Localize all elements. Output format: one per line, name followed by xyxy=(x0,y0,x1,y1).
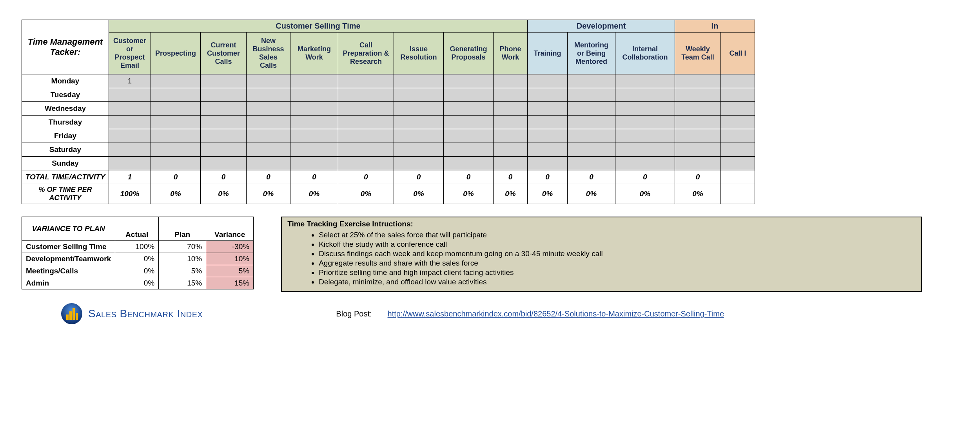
data-cell[interactable] xyxy=(109,102,151,116)
data-cell[interactable] xyxy=(528,129,568,143)
data-cell[interactable] xyxy=(528,116,568,129)
data-cell[interactable] xyxy=(109,129,151,143)
data-cell[interactable] xyxy=(394,129,444,143)
data-cell[interactable] xyxy=(494,129,528,143)
data-cell[interactable] xyxy=(615,102,675,116)
data-cell[interactable] xyxy=(290,116,338,129)
data-cell[interactable] xyxy=(247,74,290,88)
data-cell[interactable] xyxy=(615,143,675,157)
data-cell[interactable] xyxy=(290,102,338,116)
data-cell[interactable] xyxy=(151,143,201,157)
total-cell: 0 xyxy=(444,170,494,184)
data-cell[interactable] xyxy=(338,102,394,116)
data-cell[interactable]: 1 xyxy=(109,74,151,88)
data-cell[interactable] xyxy=(151,88,201,102)
data-cell[interactable] xyxy=(338,88,394,102)
data-cell[interactable] xyxy=(444,116,494,129)
data-cell[interactable] xyxy=(151,116,201,129)
data-cell[interactable] xyxy=(568,74,615,88)
data-cell[interactable] xyxy=(444,129,494,143)
data-cell[interactable] xyxy=(528,102,568,116)
data-cell[interactable] xyxy=(394,102,444,116)
data-cell[interactable] xyxy=(721,74,755,88)
data-cell[interactable] xyxy=(444,74,494,88)
data-cell[interactable] xyxy=(338,143,394,157)
data-cell[interactable] xyxy=(675,143,721,157)
data-cell[interactable] xyxy=(290,74,338,88)
data-cell[interactable] xyxy=(151,157,201,170)
data-cell[interactable] xyxy=(201,74,247,88)
data-cell[interactable] xyxy=(568,88,615,102)
data-cell[interactable] xyxy=(201,88,247,102)
data-cell[interactable] xyxy=(721,102,755,116)
data-cell[interactable] xyxy=(151,129,201,143)
data-cell[interactable] xyxy=(568,116,615,129)
data-cell[interactable] xyxy=(290,143,338,157)
data-cell[interactable] xyxy=(721,157,755,170)
data-cell[interactable] xyxy=(721,129,755,143)
data-cell[interactable] xyxy=(568,129,615,143)
data-cell[interactable] xyxy=(338,157,394,170)
data-cell[interactable] xyxy=(201,116,247,129)
data-cell[interactable] xyxy=(675,129,721,143)
data-cell[interactable] xyxy=(201,102,247,116)
data-cell[interactable] xyxy=(568,102,615,116)
data-cell[interactable] xyxy=(721,88,755,102)
data-cell[interactable] xyxy=(615,157,675,170)
data-cell[interactable] xyxy=(338,129,394,143)
data-cell[interactable] xyxy=(247,157,290,170)
data-cell[interactable] xyxy=(201,143,247,157)
data-cell[interactable] xyxy=(494,116,528,129)
data-cell[interactable] xyxy=(247,143,290,157)
data-cell[interactable] xyxy=(151,74,201,88)
data-cell[interactable] xyxy=(721,116,755,129)
data-cell[interactable] xyxy=(338,74,394,88)
data-cell[interactable] xyxy=(528,143,568,157)
data-cell[interactable] xyxy=(201,129,247,143)
data-cell[interactable] xyxy=(394,143,444,157)
data-cell[interactable] xyxy=(109,88,151,102)
data-cell[interactable] xyxy=(109,157,151,170)
data-cell[interactable] xyxy=(675,157,721,170)
data-cell[interactable] xyxy=(528,74,568,88)
data-cell[interactable] xyxy=(247,129,290,143)
data-cell[interactable] xyxy=(444,88,494,102)
data-cell[interactable] xyxy=(721,143,755,157)
data-cell[interactable] xyxy=(109,116,151,129)
data-cell[interactable] xyxy=(247,102,290,116)
data-cell[interactable] xyxy=(494,74,528,88)
data-cell[interactable] xyxy=(394,116,444,129)
data-cell[interactable] xyxy=(615,74,675,88)
data-cell[interactable] xyxy=(675,74,721,88)
data-cell[interactable] xyxy=(675,116,721,129)
data-cell[interactable] xyxy=(615,116,675,129)
data-cell[interactable] xyxy=(151,102,201,116)
data-cell[interactable] xyxy=(675,102,721,116)
data-cell[interactable] xyxy=(568,143,615,157)
data-cell[interactable] xyxy=(494,157,528,170)
data-cell[interactable] xyxy=(338,116,394,129)
data-cell[interactable] xyxy=(615,88,675,102)
data-cell[interactable] xyxy=(247,116,290,129)
data-cell[interactable] xyxy=(528,88,568,102)
data-cell[interactable] xyxy=(494,102,528,116)
data-cell[interactable] xyxy=(394,157,444,170)
data-cell[interactable] xyxy=(444,143,494,157)
data-cell[interactable] xyxy=(675,88,721,102)
data-cell[interactable] xyxy=(444,102,494,116)
data-cell[interactable] xyxy=(290,88,338,102)
data-cell[interactable] xyxy=(615,129,675,143)
data-cell[interactable] xyxy=(444,157,494,170)
data-cell[interactable] xyxy=(201,157,247,170)
data-cell[interactable] xyxy=(494,143,528,157)
data-cell[interactable] xyxy=(528,157,568,170)
data-cell[interactable] xyxy=(494,88,528,102)
data-cell[interactable] xyxy=(290,157,338,170)
data-cell[interactable] xyxy=(290,129,338,143)
data-cell[interactable] xyxy=(109,143,151,157)
blog-link[interactable]: http://www.salesbenchmarkindex.com/bid/8… xyxy=(388,309,724,318)
data-cell[interactable] xyxy=(394,74,444,88)
data-cell[interactable] xyxy=(394,88,444,102)
data-cell[interactable] xyxy=(247,88,290,102)
data-cell[interactable] xyxy=(568,157,615,170)
